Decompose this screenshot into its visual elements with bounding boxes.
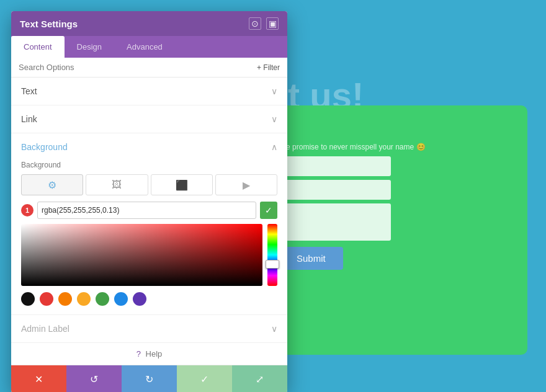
chevron-down-icon: ∨ xyxy=(271,86,277,96)
modal-tabs: Content Design Advanced xyxy=(11,36,287,58)
bg-type-image[interactable]: ⬛ xyxy=(151,174,213,195)
section-link-header[interactable]: Link ∨ xyxy=(11,105,287,133)
section-background-header[interactable]: Background ∧ xyxy=(11,133,287,161)
swatch-green[interactable] xyxy=(96,292,109,306)
search-input[interactable] xyxy=(19,63,257,72)
help-label[interactable]: Help xyxy=(146,349,163,359)
expand-icon: ⤢ xyxy=(256,373,264,385)
section-admin-label: Admin Label ∨ xyxy=(11,315,287,343)
section-link-label: Link xyxy=(21,114,37,124)
modal-header-icons: ⊙ ▣ xyxy=(249,17,279,30)
redo-icon: ↻ xyxy=(145,373,153,385)
admin-label-text: Admin Label xyxy=(21,324,69,334)
section-text-label: Text xyxy=(21,86,37,96)
section-text: Text ∨ xyxy=(11,78,287,105)
swatch-black[interactable] xyxy=(21,292,35,306)
step-badge: 1 xyxy=(21,204,34,216)
submit-button[interactable]: Submit xyxy=(279,247,343,270)
form-area: We promise to never misspell your name 😊… xyxy=(279,143,441,270)
redo-button[interactable]: ↻ xyxy=(122,365,177,392)
color-input-row: 1 ✓ xyxy=(21,202,277,219)
hue-thumb[interactable] xyxy=(266,260,279,269)
color-gradient-canvas[interactable] xyxy=(21,224,262,286)
close-icon: ✕ xyxy=(35,373,43,385)
settings-icon[interactable]: ⊙ xyxy=(249,17,261,30)
form-textarea[interactable] xyxy=(279,203,391,241)
close-button[interactable]: ✕ xyxy=(11,365,66,392)
swatch-blue[interactable] xyxy=(114,292,128,306)
color-swatches xyxy=(21,292,277,306)
modal-title: Text Settings xyxy=(20,19,78,29)
bg-type-color[interactable]: ⚙ xyxy=(21,174,83,195)
gradient-picker-row xyxy=(21,224,277,286)
help-icon: ? xyxy=(136,349,141,359)
modal-header: Text Settings ⊙ ▣ xyxy=(11,11,287,36)
color-input-field[interactable] xyxy=(37,202,256,219)
check-icon: ✓ xyxy=(200,373,208,385)
filter-button[interactable]: + Filter xyxy=(257,63,280,72)
tab-design[interactable]: Design xyxy=(65,36,114,58)
expand-button[interactable]: ⤢ xyxy=(232,365,287,392)
tab-content[interactable]: Content xyxy=(11,36,65,58)
form-note: We promise to never misspell your name 😊 xyxy=(279,143,441,151)
section-admin-label-header[interactable]: Admin Label ∨ xyxy=(11,315,287,342)
bg-type-video[interactable]: ▶ xyxy=(215,174,277,195)
modal-footer: ✕ ↺ ↻ ✓ ⤢ xyxy=(11,365,287,392)
swatch-yellow[interactable] xyxy=(77,292,91,306)
color-confirm-button[interactable]: ✓ xyxy=(260,202,277,219)
form-input-2[interactable] xyxy=(279,180,391,200)
chevron-down-icon-admin: ∨ xyxy=(271,324,277,334)
layout-icon[interactable]: ▣ xyxy=(266,17,279,30)
background-sublabel: Background xyxy=(11,161,287,174)
chevron-up-icon: ∧ xyxy=(271,142,277,152)
bg-type-tabs: ⚙ 🖼 ⬛ ▶ xyxy=(11,174,287,202)
section-background-label: Background xyxy=(21,142,68,152)
section-text-header[interactable]: Text ∨ xyxy=(11,78,287,105)
gradient-layer-2 xyxy=(21,224,262,286)
chevron-down-icon-link: ∨ xyxy=(271,114,277,124)
confirm-button[interactable]: ✓ xyxy=(177,365,232,392)
undo-icon: ↺ xyxy=(90,373,98,385)
swatch-purple[interactable] xyxy=(133,292,146,306)
undo-button[interactable]: ↺ xyxy=(66,365,122,392)
help-row: ? Help xyxy=(11,343,287,365)
search-bar: + Filter xyxy=(11,58,287,78)
tab-advanced[interactable]: Advanced xyxy=(114,36,175,58)
swatch-red[interactable] xyxy=(40,292,53,306)
color-picker: 1 ✓ xyxy=(11,202,287,314)
text-settings-modal: Text Settings ⊙ ▣ Content Design Advance… xyxy=(11,11,287,392)
section-link: Link ∨ xyxy=(11,105,287,133)
section-background: Background ∧ Background ⚙ 🖼 ⬛ ▶ 1 ✓ xyxy=(11,133,287,315)
bg-type-gradient[interactable]: 🖼 xyxy=(86,174,148,195)
hue-slider[interactable] xyxy=(267,224,277,286)
form-input-1[interactable] xyxy=(279,156,391,176)
swatch-orange[interactable] xyxy=(58,292,72,306)
